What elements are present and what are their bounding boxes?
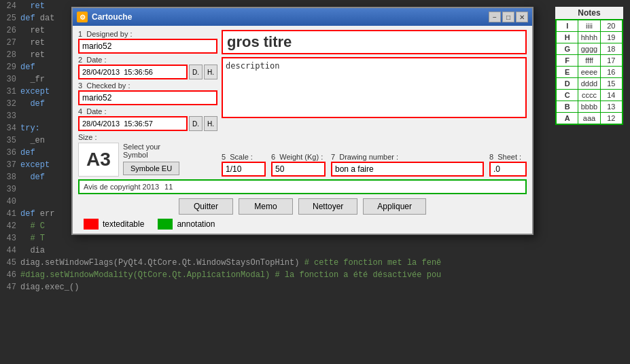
note-num: 14 xyxy=(601,90,622,101)
action-buttons-row: Quitter Memo Nettoyer Appliquer xyxy=(78,198,527,215)
red-legend-label: texteditable xyxy=(103,219,144,229)
notes-grid: I iiii 20 H hhhh 19 G gggg 18 F ffff 17 … xyxy=(555,19,623,125)
legend-row: texteditable annotation xyxy=(78,219,527,230)
date1-section: 2 Date : D. H. xyxy=(78,56,217,79)
note-num: 18 xyxy=(601,43,622,54)
code-line: 45diag.setWindowFlags(PyQt4.QtCore.Qt.Wi… xyxy=(0,257,630,269)
quitter-button[interactable]: Quitter xyxy=(179,198,233,215)
green-legend-label: annotation xyxy=(177,219,215,229)
note-letter: D xyxy=(557,78,578,89)
field-num-2: 2 xyxy=(78,56,82,64)
copyright-value: Avis de copyright 2013 xyxy=(84,183,159,191)
sheet-label: 8 Sheet : xyxy=(489,153,527,161)
notes-title: Notes xyxy=(555,7,623,19)
note-text: aaa xyxy=(578,113,599,124)
red-legend-box xyxy=(84,219,99,230)
note-text: bbbb xyxy=(578,101,599,112)
field-num-3: 3 xyxy=(78,81,82,90)
close-button[interactable]: ✕ xyxy=(516,12,528,22)
note-letter: F xyxy=(557,55,578,66)
note-letter: E xyxy=(557,67,578,77)
note-num: 17 xyxy=(601,55,622,66)
note-letter: A xyxy=(557,113,578,124)
note-letter: H xyxy=(557,32,578,43)
cartouche-dialog: ⚙ Cartouche − □ ✕ 1 Designed by : xyxy=(71,7,533,235)
note-letter: I xyxy=(557,20,578,31)
date2-row: D. H. xyxy=(78,116,217,131)
date2-section: 4 Date : D. H. xyxy=(78,107,217,131)
note-num: 19 xyxy=(601,32,622,43)
field-num-7: 7 xyxy=(331,153,335,161)
green-legend-box xyxy=(158,219,173,230)
code-line: 47diag.exec_() xyxy=(0,281,630,293)
description-input[interactable]: description xyxy=(222,57,527,118)
nettoyer-button[interactable]: Nettoyer xyxy=(298,198,357,215)
note-letter: C xyxy=(557,90,578,101)
scale-row: 5 Scale : 6 Weight (Kg) : xyxy=(222,153,527,177)
note-text: eeee xyxy=(578,67,599,77)
memo-button[interactable]: Memo xyxy=(239,198,293,215)
title-section xyxy=(222,30,527,54)
minimize-button[interactable]: − xyxy=(489,12,501,22)
date1-h-button[interactable]: H. xyxy=(204,65,217,79)
sheet-group: 8 Sheet : xyxy=(489,153,527,177)
size-display: A3 xyxy=(78,143,119,177)
note-text: hhhh xyxy=(578,32,599,43)
maximize-button[interactable]: □ xyxy=(502,12,514,22)
note-num: 20 xyxy=(601,20,622,31)
date2-h-button[interactable]: H. xyxy=(204,116,217,131)
copyright-bar: Avis de copyright 2013 11 xyxy=(78,179,527,194)
scale-label: 5 Scale : xyxy=(222,153,266,161)
note-text: ffff xyxy=(578,55,599,66)
dialog-title: Cartouche xyxy=(92,12,487,22)
red-legend: texteditable xyxy=(84,219,144,230)
symbol-label: Select yourSymbol xyxy=(123,143,160,159)
size-symbol-section: Size : A3 Select yourSymbol Symbole EU xyxy=(78,133,217,177)
note-letter: G xyxy=(557,43,578,54)
note-letter: B xyxy=(557,101,578,112)
dialog-body: 1 Designed by : 2 Date : D. H. xyxy=(73,26,532,234)
sheet-input[interactable] xyxy=(489,162,527,177)
size-symbol-row: A3 Select yourSymbol Symbole EU xyxy=(78,143,217,177)
right-column: description 5 Scale : 6 Weigh xyxy=(222,30,527,177)
date2-label: 4 Date : xyxy=(78,107,217,115)
drawing-label: 7 Drawing number : xyxy=(331,153,484,161)
notes-panel: Notes I iiii 20 H hhhh 19 G gggg 18 F ff… xyxy=(555,7,623,125)
designed-by-label: 1 Designed by : xyxy=(78,30,217,38)
designed-by-input[interactable] xyxy=(78,39,217,54)
dialog-icon: ⚙ xyxy=(77,12,88,22)
copyright-num: 11 xyxy=(164,183,173,191)
date2-input[interactable] xyxy=(78,116,188,131)
date1-d-button[interactable]: D. xyxy=(189,65,203,79)
size-label: Size : xyxy=(78,133,217,141)
field-num-4: 4 xyxy=(78,107,82,115)
green-legend: annotation xyxy=(158,219,215,230)
description-section: description xyxy=(222,57,527,147)
weight-input[interactable] xyxy=(271,162,326,177)
appliquer-button[interactable]: Appliquer xyxy=(363,198,426,215)
date1-row: D. H. xyxy=(78,65,217,79)
code-line: 44 dia xyxy=(0,244,630,257)
field-num-5: 5 xyxy=(222,153,226,161)
note-text: dddd xyxy=(578,78,599,89)
checked-by-section: 3 Checked by : xyxy=(78,81,217,105)
date1-input[interactable] xyxy=(78,65,188,79)
dialog-title-bar: ⚙ Cartouche − □ ✕ xyxy=(73,8,532,26)
drawing-number-input[interactable] xyxy=(331,162,484,177)
note-text: iiii xyxy=(578,20,599,31)
left-column: 1 Designed by : 2 Date : D. H. xyxy=(78,30,217,177)
scale-input[interactable] xyxy=(222,162,266,177)
weight-group: 6 Weight (Kg) : xyxy=(271,153,326,177)
checked-by-input[interactable] xyxy=(78,90,217,105)
note-num: 13 xyxy=(601,101,622,112)
field-num-8: 8 xyxy=(489,153,493,161)
note-num: 12 xyxy=(601,113,622,124)
symbole-eu-button[interactable]: Symbole EU xyxy=(123,162,179,175)
code-line: 46#diag.setWindowModality(QtCore.Qt.Appl… xyxy=(0,269,630,281)
scale-group: 5 Scale : xyxy=(222,153,266,177)
field-num-1: 1 xyxy=(78,30,82,38)
date2-d-button[interactable]: D. xyxy=(189,116,203,131)
title-input[interactable] xyxy=(222,30,527,54)
note-text: cccc xyxy=(578,90,599,101)
date1-label: 2 Date : xyxy=(78,56,217,64)
